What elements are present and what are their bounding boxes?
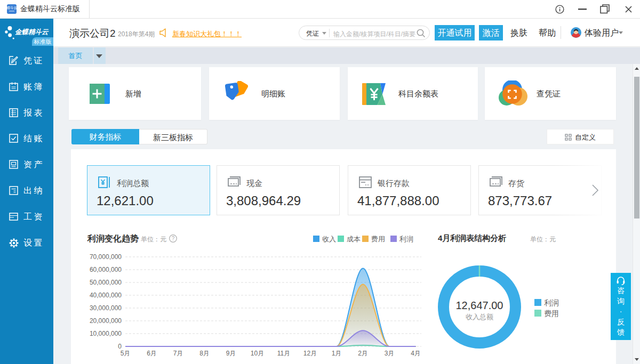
svg-text:1月: 1月 (332, 350, 342, 357)
svg-text:0: 0 (118, 343, 122, 350)
svg-text:12月: 12月 (303, 350, 317, 357)
svg-text:50,000,000: 50,000,000 (90, 279, 122, 286)
svg-text:4月: 4月 (411, 350, 421, 357)
svg-text:6月: 6月 (147, 350, 157, 357)
svg-text:?: ? (172, 236, 175, 241)
svg-text:5月: 5月 (121, 350, 131, 357)
svg-text:2月: 2月 (358, 350, 368, 357)
svg-text:精斗云: 精斗云 (7, 6, 17, 10)
svg-text:40,000,000: 40,000,000 (90, 292, 122, 299)
svg-text:20,000,000: 20,000,000 (90, 317, 122, 325)
svg-text:8月: 8月 (199, 350, 210, 357)
svg-text:30,000,000: 30,000,000 (90, 304, 122, 312)
svg-text:10,000,000: 10,000,000 (90, 330, 122, 337)
svg-text:70,000,000: 70,000,000 (90, 253, 122, 261)
svg-text:9月: 9月 (226, 350, 236, 357)
svg-text:11月: 11月 (277, 350, 290, 357)
svg-text:60,000,000: 60,000,000 (90, 266, 122, 273)
svg-text:10月: 10月 (251, 350, 264, 357)
svg-text:7月: 7月 (173, 350, 183, 357)
svg-text:3月: 3月 (385, 350, 395, 357)
